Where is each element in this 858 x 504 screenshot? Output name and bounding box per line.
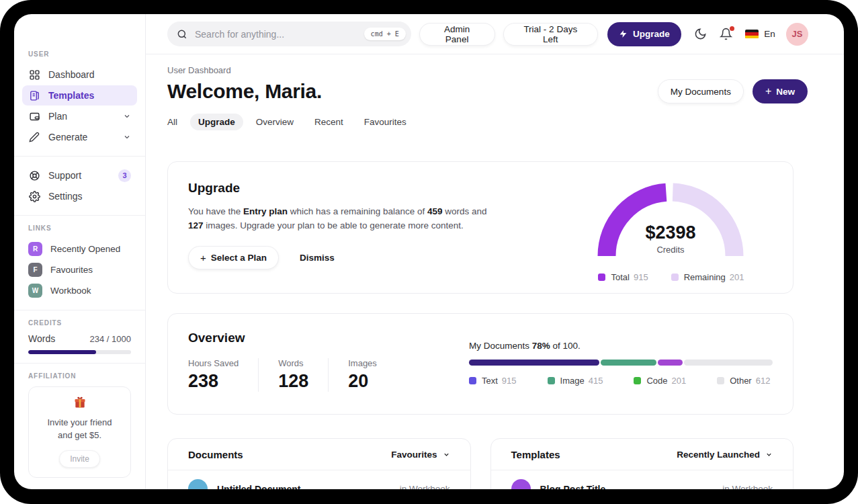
sidebar-link-label: Recently Opened (50, 244, 120, 254)
search-icon (177, 29, 187, 40)
my-documents-button[interactable]: My Documents (658, 79, 744, 103)
link-initial-badge: R (28, 242, 42, 256)
notifications-button[interactable] (720, 28, 732, 40)
sidebar-divider (14, 215, 145, 216)
documents-progress-caption: My Documents 78% of 100. (469, 341, 773, 351)
lifebuoy-icon (28, 169, 40, 181)
chevron-down-icon (123, 112, 131, 120)
overview-card: Overview Hours Saved 238 Words 128 (167, 313, 793, 415)
gauge-chart: $2398 Credits (597, 181, 746, 265)
legend-swatch (634, 377, 641, 384)
breadcrumb: User Dashboard (167, 65, 793, 75)
language-selector[interactable]: En (764, 29, 775, 39)
templates-filter-dropdown[interactable]: Recently Launched (677, 450, 773, 460)
sidebar-item-settings[interactable]: Settings (22, 186, 137, 206)
credits-progress-fill (28, 350, 96, 354)
sidebar-link-label: Favourites (50, 265, 93, 275)
sidebar-link-favourites[interactable]: F Favourites (22, 259, 137, 280)
notification-dot (730, 26, 734, 31)
overview-card-title: Overview (188, 331, 377, 345)
sidebar: USER Dashboard Templates Plan (14, 14, 146, 489)
document-avatar (188, 479, 208, 489)
language-flag-icon[interactable] (745, 30, 759, 39)
upgrade-card: Upgrade You have the Entry plan which ha… (167, 161, 793, 294)
overview-card-left: Overview Hours Saved 238 Words 128 (188, 331, 377, 397)
gauge-legend: Total 915 Remaining 201 (597, 272, 746, 282)
templates-doc-icon (28, 89, 40, 101)
sidebar-link-label: Workbook (50, 286, 91, 296)
dismiss-button[interactable]: Dismiss (300, 253, 335, 263)
tab-all[interactable]: All (159, 114, 185, 130)
documents-filter-dropdown[interactable]: Favourites (391, 450, 449, 460)
dashboard-grid-icon (28, 69, 40, 81)
bar-segment-image (601, 360, 656, 366)
sidebar-divider (14, 310, 145, 310)
sidebar-section-links: LINKS (28, 224, 145, 232)
tab-upgrade[interactable]: Upgrade (190, 114, 243, 130)
tab-recent[interactable]: Recent (306, 114, 351, 130)
trial-status-button[interactable]: Trial - 2 Days Left (503, 23, 599, 46)
upgrade-card-body: You have the Entry plan which has a rema… (188, 204, 494, 233)
legend-swatch (548, 377, 555, 384)
sidebar-item-plan[interactable]: Plan (22, 106, 137, 126)
app-window: USER Dashboard Templates Plan (14, 14, 844, 489)
sidebar-item-dashboard[interactable]: Dashboard (22, 65, 137, 85)
new-button[interactable]: + New (753, 79, 808, 103)
document-location: in Workbook (400, 484, 450, 489)
sidebar-divider (14, 156, 145, 157)
gauge-value: $2398 (645, 222, 695, 243)
chevron-down-icon (765, 451, 773, 458)
stacked-bar-chart (469, 360, 773, 366)
sidebar-section-credits: CREDITS (28, 319, 145, 327)
page-content: User Dashboard Welcome, Maria. My Docume… (146, 54, 844, 489)
sidebar-item-templates[interactable]: Templates (22, 85, 137, 106)
template-row[interactable]: Blog Post Title in Workbook (491, 470, 793, 489)
sidebar-link-workbook[interactable]: W Workbook (22, 280, 137, 301)
sidebar-item-generate[interactable]: Generate (22, 127, 137, 147)
search-shortcut-badge: cmd + E (364, 28, 406, 40)
credits-row: Words 234 / 1000 (28, 333, 131, 344)
legend-swatch (598, 274, 605, 281)
affiliation-text: Invite your friend and get $5. (34, 417, 125, 442)
template-location: in Workbook (722, 484, 773, 489)
user-avatar[interactable]: JS (786, 23, 808, 46)
document-row[interactable]: Untitled Document in Workbook (168, 470, 470, 489)
upgrade-button[interactable]: Upgrade (607, 22, 681, 46)
sidebar-item-support[interactable]: Support 3 (22, 165, 137, 185)
tab-overview[interactable]: Overview (248, 114, 302, 130)
sidebar-link-recently-opened[interactable]: R Recently Opened (22, 239, 137, 259)
select-plan-button[interactable]: + Select a Plan (188, 246, 279, 269)
legend-item-text: Text915 (469, 376, 517, 386)
page-title: Welcome, Maria. (167, 80, 322, 103)
credits-value: 234 / 1000 (90, 334, 131, 344)
legend-item-code: Code201 (634, 376, 686, 386)
templates-card-header: Templates Recently Launched (491, 439, 793, 470)
plus-icon: + (765, 85, 771, 97)
search-input[interactable]: Search for anything... cmd + E (167, 22, 411, 46)
invite-button[interactable]: Invite (59, 450, 100, 468)
lightning-icon (619, 30, 628, 38)
moon-icon (694, 28, 707, 40)
documents-card: Documents Favourites Untitled Document (167, 438, 471, 489)
stat-words: Words 128 (278, 358, 329, 392)
documents-card-title: Documents (188, 449, 243, 460)
legend-item-image: Image415 (548, 376, 603, 386)
stat-hours-saved: Hours Saved 238 (188, 358, 259, 392)
legend-swatch (469, 377, 476, 384)
support-count-badge: 3 (118, 169, 131, 182)
wallet-icon (28, 110, 40, 122)
admin-panel-button[interactable]: Admin Panel (419, 23, 495, 46)
overview-stats: Hours Saved 238 Words 128 Images 20 (188, 358, 377, 392)
gear-icon (28, 190, 40, 202)
sidebar-item-label: Settings (48, 191, 83, 202)
device-frame: USER Dashboard Templates Plan (0, 0, 858, 504)
affiliation-card: Invite your friend and get $5. Invite (28, 386, 131, 478)
legend-item-other: Other612 (717, 376, 770, 386)
dark-mode-toggle[interactable] (694, 28, 707, 40)
documents-progress-block: My Documents 78% of 100. Text915 Image41… (469, 341, 773, 397)
tab-favourites[interactable]: Favourites (356, 114, 415, 130)
gift-icon (73, 396, 87, 409)
upgrade-card-left: Upgrade You have the Entry plan which ha… (188, 181, 494, 274)
bar-segment-other (684, 360, 773, 366)
topbar: Search for anything... cmd + E Admin Pan… (146, 14, 844, 54)
